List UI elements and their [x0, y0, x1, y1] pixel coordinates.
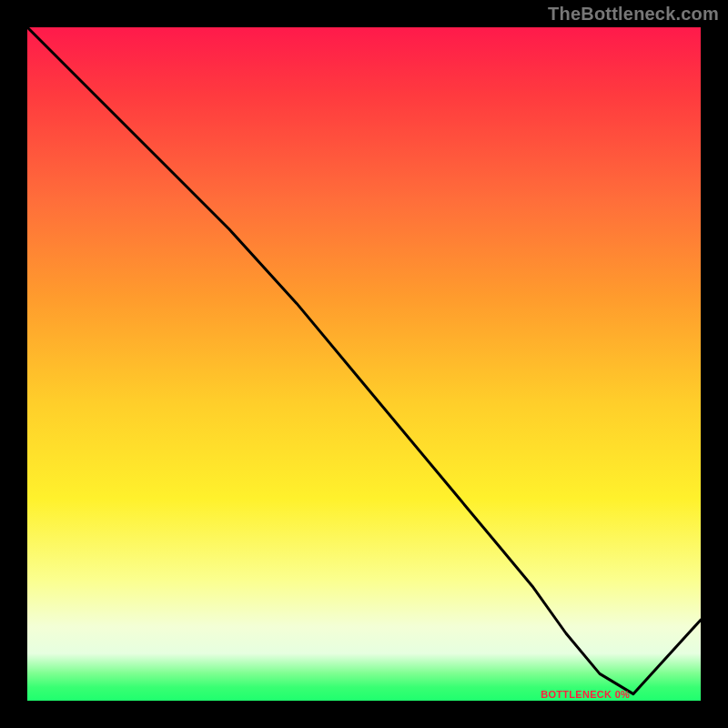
bottleneck-curve	[27, 27, 701, 701]
chart-frame: TheBottleneck.com BOTTLENECK 0%	[0, 0, 728, 728]
watermark-text: TheBottleneck.com	[548, 4, 719, 25]
bottleneck-zero-label: BOTTLENECK 0%	[541, 689, 630, 700]
curve-path	[27, 27, 701, 694]
